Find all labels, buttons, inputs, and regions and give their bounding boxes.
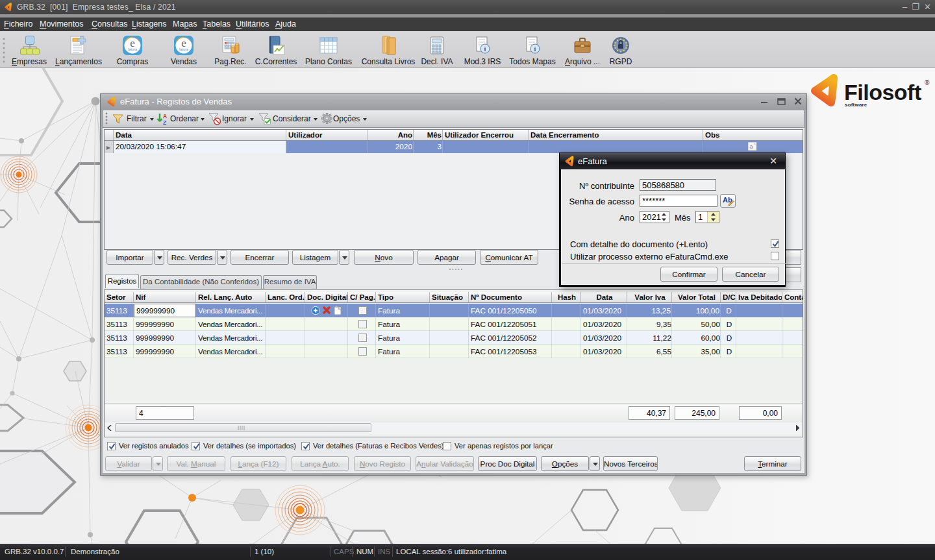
svg-text:a: a — [749, 143, 753, 150]
svg-text:A: A — [163, 113, 167, 119]
svg-text:fatura: fatura — [179, 47, 189, 51]
svg-text:Filosoft: Filosoft — [844, 80, 921, 104]
svg-text:i: i — [534, 45, 536, 53]
svg-text:software: software — [845, 102, 867, 108]
svg-text:®: ® — [925, 79, 930, 86]
svg-text:fatura: fatura — [128, 47, 138, 51]
svg-text:Z: Z — [163, 119, 166, 125]
svg-text:i: i — [484, 45, 486, 53]
